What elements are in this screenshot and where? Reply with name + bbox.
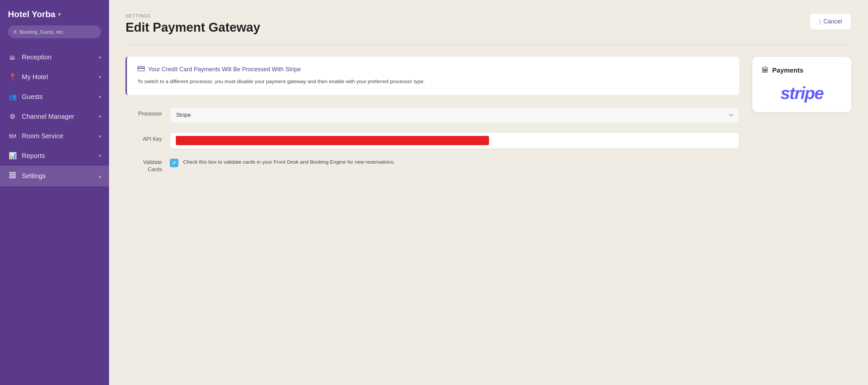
api-key-field — [170, 132, 739, 149]
processor-field: Stripe — [170, 107, 739, 123]
sidebar-item-label: Channel Manager — [22, 113, 99, 120]
stripe-logo: stripe — [780, 83, 824, 103]
hotel-name: Hotel Yorba — [8, 9, 56, 20]
chevron-up-icon: ▴ — [99, 174, 101, 179]
hotel-name-dropdown[interactable]: Hotel Yorba ▾ — [8, 9, 101, 20]
chevron-down-icon: ▾ — [99, 94, 101, 99]
sidebar-item-guests[interactable]: 👥 Guests ▾ — [0, 87, 109, 107]
sidebar-item-settings[interactable]: Settings ▴ — [0, 166, 109, 186]
info-box-body: To switch to a different processor, you … — [137, 77, 728, 86]
reception-icon: 🛎 — [8, 54, 17, 61]
form-section: Your Credit Card Payments Will Be Proces… — [126, 57, 739, 183]
payments-card: 🏛 Payments stripe — [752, 57, 851, 112]
svg-rect-2 — [13, 176, 15, 178]
api-key-label: API Key — [126, 132, 162, 142]
payments-header: 🏛 Payments — [762, 66, 842, 75]
divider — [126, 44, 851, 45]
breadcrumb: SETTINGS — [126, 13, 851, 19]
chevron-right-icon: 〉 — [819, 19, 821, 25]
chevron-down-icon: ▾ — [99, 134, 101, 139]
info-box: Your Credit Card Payments Will Be Proces… — [126, 57, 739, 95]
search-box[interactable]: ☌ Booking, Guest, etc. — [8, 25, 101, 38]
chevron-down-icon: ▾ — [99, 55, 101, 60]
channel-manager-icon: ⚙ — [8, 112, 17, 120]
guests-icon: 👥 — [8, 93, 17, 101]
validate-content: Check this box to validate cards in your… — [170, 158, 739, 167]
api-key-input[interactable] — [170, 132, 739, 149]
validate-label: Validate Cards — [126, 158, 162, 174]
chevron-down-icon: ▾ — [99, 114, 101, 119]
sidebar-header: Hotel Yorba ▾ ☌ Booking, Guest, etc. — [0, 0, 109, 45]
sidebar-item-reports[interactable]: 📊 Reports ▾ — [0, 146, 109, 166]
svg-rect-1 — [13, 173, 15, 175]
main-content: SETTINGS Edit Payment Gateway 〉 Cancel Y… — [109, 0, 868, 385]
info-box-title: Your Credit Card Payments Will Be Proces… — [137, 66, 728, 73]
sidebar-item-label: Settings — [22, 172, 99, 180]
sidebar-item-label: Room Service — [22, 132, 99, 140]
reports-icon: 📊 — [8, 152, 17, 160]
svg-rect-5 — [138, 68, 145, 69]
validate-cards-row: Validate Cards Check this box to validat… — [126, 158, 739, 174]
credit-card-icon — [137, 66, 145, 73]
chevron-down-icon: ▾ — [99, 153, 101, 159]
processor-label: Processor — [126, 107, 162, 117]
cancel-label: Cancel — [824, 18, 842, 25]
settings-icon — [8, 172, 17, 180]
svg-rect-3 — [10, 176, 12, 178]
payments-title: Payments — [772, 67, 804, 74]
cancel-button[interactable]: 〉 Cancel — [809, 13, 851, 30]
sidebar-item-channel-manager[interactable]: ⚙ Channel Manager ▾ — [0, 107, 109, 126]
validate-cards-checkbox[interactable] — [170, 159, 179, 167]
svg-rect-0 — [10, 173, 12, 175]
sidebar-nav: 🛎 Reception ▾ 📍 My Hotel ▾ 👥 Guests ▾ ⚙ … — [0, 45, 109, 385]
validate-text: Check this box to validate cards in your… — [183, 158, 739, 166]
room-service-icon: 🍽 — [8, 132, 17, 140]
api-key-row: API Key — [126, 132, 739, 149]
search-placeholder: Booking, Guest, etc. — [20, 29, 64, 35]
sidebar-item-my-hotel[interactable]: 📍 My Hotel ▾ — [0, 67, 109, 87]
processor-select[interactable]: Stripe — [170, 107, 739, 123]
bank-icon: 🏛 — [762, 66, 769, 75]
sidebar: Hotel Yorba ▾ ☌ Booking, Guest, etc. 🛎 R… — [0, 0, 109, 385]
sidebar-item-label: Reception — [22, 54, 99, 61]
page-title: Edit Payment Gateway — [126, 21, 851, 35]
content-area: Your Credit Card Payments Will Be Proces… — [126, 57, 851, 183]
sidebar-item-room-service[interactable]: 🍽 Room Service ▾ — [0, 126, 109, 146]
sidebar-item-reception[interactable]: 🛎 Reception ▾ — [0, 47, 109, 67]
sidebar-item-label: Guests — [22, 93, 99, 101]
hotel-chevron-down-icon: ▾ — [58, 11, 61, 18]
processor-row: Processor Stripe — [126, 107, 739, 123]
sidebar-item-label: My Hotel — [22, 73, 99, 81]
my-hotel-icon: 📍 — [8, 73, 17, 81]
search-icon: ☌ — [13, 29, 17, 35]
sidebar-item-label: Reports — [22, 152, 99, 160]
chevron-down-icon: ▾ — [99, 74, 101, 79]
